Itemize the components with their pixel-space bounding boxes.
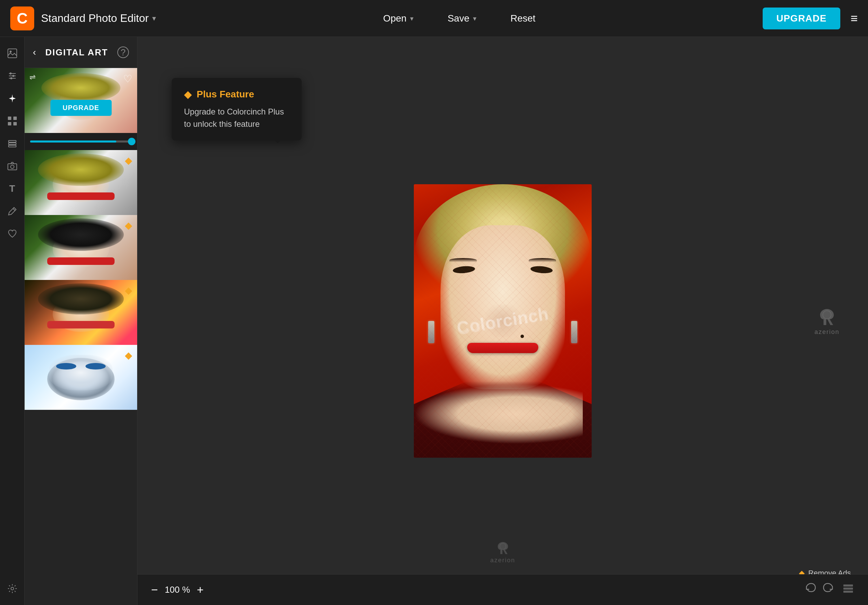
marilyn-art: Colorcinch: [414, 184, 592, 458]
save-button[interactable]: Save ▾: [441, 9, 483, 27]
sidebar-icon-layers[interactable]: [3, 134, 22, 153]
azerion-text-right: azerion: [814, 328, 839, 336]
header-center: Open ▾ Save ▾ Reset: [163, 9, 756, 27]
filter-slider-1[interactable]: [25, 133, 137, 150]
premium-badge-2: ◆: [125, 155, 132, 166]
heart-icon-1[interactable]: ♡: [123, 73, 132, 85]
zoom-out-button[interactable]: −: [151, 583, 158, 596]
sidebar-icon-brush[interactable]: [3, 202, 22, 221]
upgrade-button[interactable]: UPGRADE: [763, 8, 840, 29]
svg-point-5: [9, 73, 12, 74]
svg-point-18: [11, 587, 14, 590]
premium-badge-3: ◆: [125, 220, 132, 231]
sidebar-icon-text[interactable]: T: [3, 179, 22, 198]
adjust-icon[interactable]: ⇌: [29, 73, 36, 82]
app-name-chevron-icon[interactable]: ▾: [152, 14, 156, 23]
svg-rect-13: [9, 143, 16, 145]
plus-diamond-icon: ◆: [184, 88, 192, 100]
filter-thumbnail-1: UPGRADE ♡ ⇌: [25, 68, 137, 133]
azerion-logo-svg-right: [813, 306, 841, 328]
premium-badge-5: ◆: [125, 350, 132, 361]
header-right: UPGRADE ≡: [763, 8, 858, 29]
sidebar-icon-adjustments[interactable]: [3, 66, 22, 85]
svg-point-7: [10, 77, 12, 79]
filter-panel: ‹ DIGITAL ART ? UPGRADE ♡ ⇌: [25, 37, 138, 605]
filter-upgrade-overlay[interactable]: UPGRADE: [50, 100, 112, 116]
slider-thumb-1[interactable]: [128, 138, 135, 145]
hatch-overlay: [414, 184, 592, 458]
premium-badge-4: ◆: [125, 285, 132, 296]
svg-rect-21: [843, 585, 853, 586]
svg-rect-10: [8, 122, 11, 125]
svg-point-1: [9, 51, 12, 53]
sidebar-icon-effects[interactable]: [3, 89, 22, 108]
filter-thumbnail-3: ◆: [25, 215, 137, 280]
filter-item-5[interactable]: ◆: [25, 345, 137, 410]
slider-fill-1: [30, 141, 116, 142]
azerion-logo-right: azerion: [813, 306, 841, 336]
redo-button[interactable]: [823, 582, 835, 597]
plus-description: Upgrade to Colorcinch Plus to unlock thi…: [184, 105, 289, 130]
layers-panel-button[interactable]: [842, 582, 854, 597]
open-chevron-icon: ▾: [410, 14, 414, 23]
filter-item-2[interactable]: ◆: [25, 150, 137, 215]
filter-back-button[interactable]: ‹: [33, 47, 36, 58]
filter-header: ‹ DIGITAL ART ?: [25, 37, 137, 68]
main-image-container: Colorcinch: [414, 184, 592, 458]
sidebar-icon-heart[interactable]: [3, 224, 22, 243]
svg-rect-15: [8, 164, 17, 170]
azerion-logo-svg-bottom: [493, 540, 513, 557]
header: C Standard Photo Editor ▾ Open ▾ Save ▾ …: [0, 0, 868, 37]
zoom-controls: − 100 % +: [151, 583, 203, 596]
slider-track-1: [30, 141, 132, 142]
canvas-area: ◆ Plus Feature Upgrade to Colorcinch Plu…: [138, 37, 868, 605]
filter-controls-1: ⇌: [29, 73, 36, 82]
canvas-content: ◆ Plus Feature Upgrade to Colorcinch Plu…: [138, 37, 868, 605]
svg-rect-23: [843, 591, 853, 593]
menu-button[interactable]: ≡: [851, 11, 858, 26]
azerion-text-bottom: azerion: [490, 557, 515, 564]
plus-title: Plus Feature: [197, 89, 254, 100]
filter-thumbnail-5: ◆: [25, 345, 137, 410]
sidebar-icon-settings[interactable]: [3, 579, 22, 598]
svg-point-16: [11, 165, 14, 169]
save-chevron-icon: ▾: [473, 14, 476, 23]
svg-rect-22: [843, 588, 853, 590]
plus-feature-popup: ◆ Plus Feature Upgrade to Colorcinch Plu…: [172, 78, 302, 141]
reset-button[interactable]: Reset: [504, 9, 542, 27]
main-image: Colorcinch: [414, 184, 592, 458]
filter-title: DIGITAL ART: [45, 47, 108, 58]
text-icon: T: [9, 183, 15, 194]
zoom-value: 100 %: [165, 585, 190, 595]
app-name-container: Standard Photo Editor ▾: [41, 12, 156, 25]
history-controls: [804, 582, 854, 597]
main-layout: T ‹ DIGITAL ART ?: [0, 37, 868, 605]
azerion-logo-bottom: azerion: [490, 540, 515, 564]
svg-rect-9: [13, 116, 17, 120]
filter-item-4[interactable]: ◆: [25, 280, 137, 345]
svg-rect-14: [9, 145, 16, 147]
app-logo[interactable]: C: [10, 6, 34, 31]
svg-rect-12: [9, 141, 16, 142]
logo-letter: C: [17, 10, 28, 27]
filter-help-button[interactable]: ?: [117, 46, 129, 58]
sidebar-icon-grid[interactable]: [3, 111, 22, 131]
filter-item-3[interactable]: ◆: [25, 215, 137, 280]
filter-item-1[interactable]: UPGRADE ♡ ⇌: [25, 68, 137, 150]
filter-thumbnail-2: ◆: [25, 150, 137, 215]
sidebar-icon-image[interactable]: [3, 44, 22, 63]
popup-header: ◆ Plus Feature: [184, 88, 289, 100]
filter-thumbnail-4: ◆: [25, 280, 137, 345]
svg-rect-8: [8, 116, 11, 120]
svg-line-17: [13, 209, 15, 210]
svg-rect-11: [13, 122, 17, 125]
open-button[interactable]: Open ▾: [376, 9, 420, 27]
left-sidebar: T: [0, 37, 25, 605]
svg-rect-0: [8, 49, 17, 58]
app-name-label: Standard Photo Editor: [41, 12, 149, 25]
sidebar-icon-camera[interactable]: [3, 156, 22, 176]
svg-point-6: [12, 75, 14, 77]
undo-button[interactable]: [804, 582, 816, 597]
zoom-in-button[interactable]: +: [197, 583, 204, 596]
bottom-toolbar: − 100 % +: [138, 574, 868, 605]
